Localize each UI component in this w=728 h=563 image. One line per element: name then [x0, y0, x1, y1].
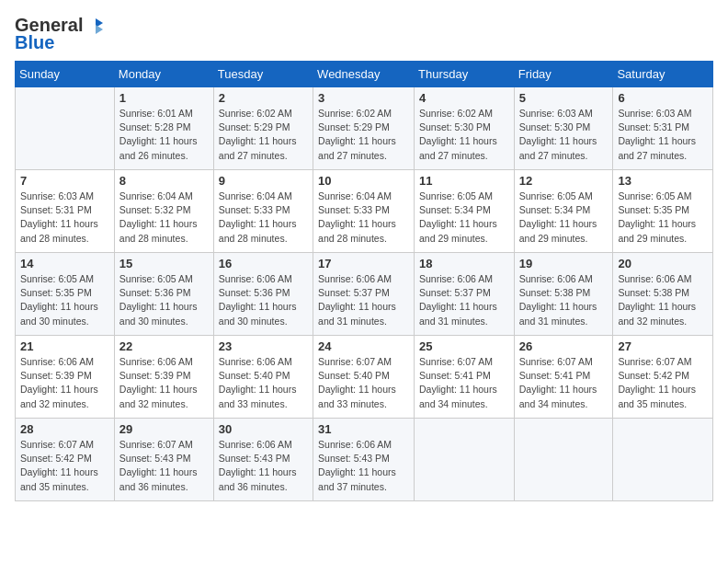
calendar-cell: 28Sunrise: 6:07 AM Sunset: 5:42 PM Dayli… — [16, 419, 115, 501]
calendar-cell: 10Sunrise: 6:04 AM Sunset: 5:33 PM Dayli… — [313, 170, 415, 253]
day-number: 3 — [318, 91, 409, 105]
day-number: 2 — [219, 91, 308, 105]
calendar-cell: 17Sunrise: 6:06 AM Sunset: 5:37 PM Dayli… — [313, 253, 415, 336]
day-info: Sunrise: 6:01 AM Sunset: 5:28 PM Dayligh… — [119, 107, 209, 163]
day-number: 31 — [318, 422, 409, 436]
day-number: 8 — [119, 174, 209, 188]
day-number: 14 — [20, 257, 109, 270]
day-info: Sunrise: 6:03 AM Sunset: 5:30 PM Dayligh… — [519, 107, 609, 163]
day-number: 13 — [618, 174, 708, 188]
calendar-cell: 3Sunrise: 6:02 AM Sunset: 5:29 PM Daylig… — [313, 87, 415, 170]
day-info: Sunrise: 6:05 AM Sunset: 5:34 PM Dayligh… — [419, 190, 509, 246]
day-info: Sunrise: 6:06 AM Sunset: 5:38 PM Dayligh… — [519, 272, 609, 328]
day-info: Sunrise: 6:07 AM Sunset: 5:40 PM Dayligh… — [318, 355, 409, 411]
day-number: 20 — [618, 257, 708, 270]
calendar-cell: 18Sunrise: 6:06 AM Sunset: 5:37 PM Dayli… — [415, 253, 515, 336]
day-header-monday: Monday — [114, 62, 213, 87]
day-number: 29 — [119, 422, 209, 436]
calendar-cell: 14Sunrise: 6:05 AM Sunset: 5:35 PM Dayli… — [16, 253, 115, 336]
day-number: 27 — [618, 339, 708, 353]
header-row: SundayMondayTuesdayWednesdayThursdayFrid… — [16, 62, 713, 87]
day-info: Sunrise: 6:06 AM Sunset: 5:37 PM Dayligh… — [318, 272, 409, 328]
calendar-cell: 24Sunrise: 6:07 AM Sunset: 5:40 PM Dayli… — [313, 336, 415, 419]
day-number: 10 — [318, 174, 409, 188]
day-number: 21 — [20, 339, 109, 353]
day-info: Sunrise: 6:03 AM Sunset: 5:31 PM Dayligh… — [618, 107, 708, 163]
calendar-cell — [613, 419, 713, 501]
day-info: Sunrise: 6:02 AM Sunset: 5:29 PM Dayligh… — [219, 107, 308, 163]
calendar-cell: 13Sunrise: 6:05 AM Sunset: 5:35 PM Dayli… — [613, 170, 713, 253]
day-number: 11 — [419, 174, 509, 188]
day-info: Sunrise: 6:06 AM Sunset: 5:36 PM Dayligh… — [219, 272, 308, 328]
calendar-cell: 22Sunrise: 6:06 AM Sunset: 5:39 PM Dayli… — [114, 336, 213, 419]
day-info: Sunrise: 6:07 AM Sunset: 5:43 PM Dayligh… — [119, 438, 209, 494]
week-row-3: 14Sunrise: 6:05 AM Sunset: 5:35 PM Dayli… — [16, 253, 713, 336]
calendar-cell: 26Sunrise: 6:07 AM Sunset: 5:41 PM Dayli… — [514, 336, 613, 419]
calendar-cell: 21Sunrise: 6:06 AM Sunset: 5:39 PM Dayli… — [16, 336, 115, 419]
calendar-cell — [514, 419, 613, 501]
logo-flag-icon — [85, 16, 105, 36]
day-header-tuesday: Tuesday — [213, 62, 313, 87]
week-row-1: 1Sunrise: 6:01 AM Sunset: 5:28 PM Daylig… — [16, 87, 713, 170]
day-info: Sunrise: 6:05 AM Sunset: 5:35 PM Dayligh… — [618, 190, 708, 246]
week-row-4: 21Sunrise: 6:06 AM Sunset: 5:39 PM Dayli… — [16, 336, 713, 419]
day-number: 28 — [20, 422, 109, 436]
day-info: Sunrise: 6:03 AM Sunset: 5:31 PM Dayligh… — [20, 190, 109, 246]
week-row-5: 28Sunrise: 6:07 AM Sunset: 5:42 PM Dayli… — [16, 419, 713, 501]
calendar-cell: 30Sunrise: 6:06 AM Sunset: 5:43 PM Dayli… — [213, 419, 313, 501]
day-number: 12 — [519, 174, 609, 188]
day-info: Sunrise: 6:06 AM Sunset: 5:39 PM Dayligh… — [20, 355, 109, 411]
week-row-2: 7Sunrise: 6:03 AM Sunset: 5:31 PM Daylig… — [16, 170, 713, 253]
day-header-wednesday: Wednesday — [313, 62, 415, 87]
day-info: Sunrise: 6:04 AM Sunset: 5:32 PM Dayligh… — [119, 190, 209, 246]
calendar-cell: 7Sunrise: 6:03 AM Sunset: 5:31 PM Daylig… — [16, 170, 115, 253]
calendar-cell: 9Sunrise: 6:04 AM Sunset: 5:33 PM Daylig… — [213, 170, 313, 253]
svg-marker-1 — [96, 25, 103, 34]
day-number: 23 — [219, 339, 308, 353]
day-number: 16 — [219, 257, 308, 270]
day-header-friday: Friday — [514, 62, 613, 87]
day-number: 5 — [519, 91, 609, 105]
calendar-cell: 20Sunrise: 6:06 AM Sunset: 5:38 PM Dayli… — [613, 253, 713, 336]
calendar-cell: 19Sunrise: 6:06 AM Sunset: 5:38 PM Dayli… — [514, 253, 613, 336]
calendar-cell: 1Sunrise: 6:01 AM Sunset: 5:28 PM Daylig… — [114, 87, 213, 170]
page-header: General Blue — [15, 15, 713, 53]
calendar-cell: 2Sunrise: 6:02 AM Sunset: 5:29 PM Daylig… — [213, 87, 313, 170]
day-info: Sunrise: 6:04 AM Sunset: 5:33 PM Dayligh… — [219, 190, 308, 246]
day-info: Sunrise: 6:02 AM Sunset: 5:30 PM Dayligh… — [419, 107, 509, 163]
calendar-cell: 29Sunrise: 6:07 AM Sunset: 5:43 PM Dayli… — [114, 419, 213, 501]
day-info: Sunrise: 6:06 AM Sunset: 5:43 PM Dayligh… — [318, 438, 409, 494]
logo-text: General Blue — [15, 15, 105, 53]
day-number: 19 — [519, 257, 609, 270]
day-header-saturday: Saturday — [613, 62, 713, 87]
calendar-cell: 15Sunrise: 6:05 AM Sunset: 5:36 PM Dayli… — [114, 253, 213, 336]
day-number: 7 — [20, 174, 109, 188]
logo: General Blue — [15, 15, 105, 53]
day-number: 25 — [419, 339, 509, 353]
day-info: Sunrise: 6:06 AM Sunset: 5:43 PM Dayligh… — [219, 438, 308, 494]
calendar-cell: 11Sunrise: 6:05 AM Sunset: 5:34 PM Dayli… — [415, 170, 515, 253]
calendar-table: SundayMondayTuesdayWednesdayThursdayFrid… — [15, 61, 713, 501]
calendar-cell: 12Sunrise: 6:05 AM Sunset: 5:34 PM Dayli… — [514, 170, 613, 253]
day-header-thursday: Thursday — [415, 62, 515, 87]
day-number: 17 — [318, 257, 409, 270]
day-number: 26 — [519, 339, 609, 353]
day-info: Sunrise: 6:05 AM Sunset: 5:34 PM Dayligh… — [519, 190, 609, 246]
day-number: 30 — [219, 422, 308, 436]
day-info: Sunrise: 6:06 AM Sunset: 5:37 PM Dayligh… — [419, 272, 509, 328]
calendar-cell — [415, 419, 515, 501]
calendar-cell: 5Sunrise: 6:03 AM Sunset: 5:30 PM Daylig… — [514, 87, 613, 170]
day-number: 24 — [318, 339, 409, 353]
calendar-cell: 25Sunrise: 6:07 AM Sunset: 5:41 PM Dayli… — [415, 336, 515, 419]
day-number: 18 — [419, 257, 509, 270]
calendar-cell: 27Sunrise: 6:07 AM Sunset: 5:42 PM Dayli… — [613, 336, 713, 419]
day-info: Sunrise: 6:06 AM Sunset: 5:38 PM Dayligh… — [618, 272, 708, 328]
day-info: Sunrise: 6:04 AM Sunset: 5:33 PM Dayligh… — [318, 190, 409, 246]
day-info: Sunrise: 6:05 AM Sunset: 5:35 PM Dayligh… — [20, 272, 109, 328]
day-info: Sunrise: 6:06 AM Sunset: 5:39 PM Dayligh… — [119, 355, 209, 411]
calendar-cell: 16Sunrise: 6:06 AM Sunset: 5:36 PM Dayli… — [213, 253, 313, 336]
calendar-cell: 4Sunrise: 6:02 AM Sunset: 5:30 PM Daylig… — [415, 87, 515, 170]
day-number: 15 — [119, 257, 209, 270]
day-info: Sunrise: 6:02 AM Sunset: 5:29 PM Dayligh… — [318, 107, 409, 163]
day-number: 4 — [419, 91, 509, 105]
